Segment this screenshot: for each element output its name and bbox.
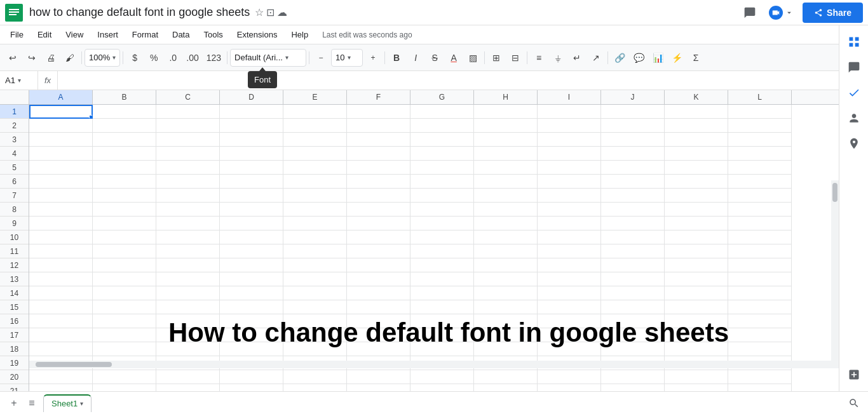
cell-H14[interactable]: [474, 286, 538, 300]
cell-B12[interactable]: [93, 258, 156, 272]
cell-B20[interactable]: [93, 370, 156, 384]
cell-H11[interactable]: [474, 244, 538, 258]
cell-K14[interactable]: [665, 286, 728, 300]
cell-F4[interactable]: [347, 147, 410, 161]
cell-C8[interactable]: [156, 203, 220, 217]
vertical-scroll-thumb[interactable]: [832, 183, 837, 202]
col-header-C[interactable]: C: [156, 90, 220, 104]
cell-D10[interactable]: [220, 230, 283, 244]
cell-E5[interactable]: [283, 161, 347, 175]
cell-I7[interactable]: [538, 189, 601, 203]
cell-H8[interactable]: [474, 203, 538, 217]
explore-button[interactable]: [845, 394, 863, 412]
cell-H9[interactable]: [474, 217, 538, 230]
cell-F6[interactable]: [347, 175, 410, 189]
cell-G14[interactable]: [410, 286, 474, 300]
cell-L12[interactable]: [728, 258, 792, 272]
cell-G2[interactable]: [410, 119, 474, 133]
cell-D11[interactable]: [220, 244, 283, 258]
cell-K4[interactable]: [665, 147, 728, 161]
cell-J15[interactable]: [601, 300, 665, 314]
cell-L4[interactable]: [728, 147, 792, 161]
cell-F2[interactable]: [347, 119, 410, 133]
cell-B10[interactable]: [93, 230, 156, 244]
row-num-10[interactable]: 10: [0, 230, 29, 244]
row-num-16[interactable]: 16: [0, 314, 29, 328]
cell-C7[interactable]: [156, 189, 220, 203]
cell-A11[interactable]: [29, 244, 93, 258]
cell-I10[interactable]: [538, 230, 601, 244]
cell-J6[interactable]: [601, 175, 665, 189]
wrap-button[interactable]: ↵: [568, 48, 586, 67]
undo-button[interactable]: ↩: [4, 48, 22, 67]
cell-H1[interactable]: [474, 105, 538, 119]
cell-D1[interactable]: [220, 105, 283, 119]
row-num-13[interactable]: 13: [0, 272, 29, 286]
cell-D15[interactable]: [220, 300, 283, 314]
cell-H4[interactable]: [474, 147, 538, 161]
cell-F8[interactable]: [347, 203, 410, 217]
col-header-H[interactable]: H: [474, 90, 538, 104]
cell-C10[interactable]: [156, 230, 220, 244]
redo-button[interactable]: ↪: [23, 48, 41, 67]
cell-E14[interactable]: [283, 286, 347, 300]
cell-L3[interactable]: [728, 133, 792, 147]
cell-A9[interactable]: [29, 217, 93, 230]
cell-D12[interactable]: [220, 258, 283, 272]
cell-L6[interactable]: [728, 175, 792, 189]
cell-F12[interactable]: [347, 258, 410, 272]
cell-L10[interactable]: [728, 230, 792, 244]
menu-format[interactable]: Format: [126, 27, 165, 42]
row-num-17[interactable]: 17: [0, 328, 29, 342]
cell-J7[interactable]: [601, 189, 665, 203]
cell-D4[interactable]: [220, 147, 283, 161]
align-button[interactable]: ≡: [530, 48, 548, 67]
cell-L20[interactable]: [728, 370, 792, 384]
row-num-9[interactable]: 9: [0, 217, 29, 230]
cell-B11[interactable]: [93, 244, 156, 258]
cell-C12[interactable]: [156, 258, 220, 272]
cell-C15[interactable]: [156, 300, 220, 314]
cell-H13[interactable]: [474, 272, 538, 286]
link-button[interactable]: 🔗: [611, 48, 628, 67]
cell-A1[interactable]: [29, 105, 93, 119]
cloud-icon[interactable]: ☁: [277, 6, 287, 18]
cell-A2[interactable]: [29, 119, 93, 133]
cell-G13[interactable]: [410, 272, 474, 286]
cell-H12[interactable]: [474, 258, 538, 272]
cell-J12[interactable]: [601, 258, 665, 272]
cell-reference[interactable]: A1 ▾: [0, 71, 38, 90]
cell-C3[interactable]: [156, 133, 220, 147]
col-header-J[interactable]: J: [601, 90, 665, 104]
cell-J11[interactable]: [601, 244, 665, 258]
contacts-sidebar-icon[interactable]: [843, 107, 865, 130]
cell-G8[interactable]: [410, 203, 474, 217]
cell-E20[interactable]: [283, 370, 347, 384]
cell-C14[interactable]: [156, 286, 220, 300]
chart-button[interactable]: 📊: [649, 48, 667, 67]
cell-H2[interactable]: [474, 119, 538, 133]
cell-G1[interactable]: [410, 105, 474, 119]
cell-C11[interactable]: [156, 244, 220, 258]
borders-button[interactable]: ⊞: [487, 48, 505, 67]
cell-A12[interactable]: [29, 258, 93, 272]
menu-extensions[interactable]: Extensions: [231, 27, 284, 42]
corner-cell[interactable]: [0, 90, 29, 104]
cell-E12[interactable]: [283, 258, 347, 272]
cell-A4[interactable]: [29, 147, 93, 161]
cell-G4[interactable]: [410, 147, 474, 161]
cell-E6[interactable]: [283, 175, 347, 189]
cell-B14[interactable]: [93, 286, 156, 300]
menu-edit[interactable]: Edit: [31, 27, 58, 42]
bold-button[interactable]: B: [388, 48, 405, 67]
cell-K12[interactable]: [665, 258, 728, 272]
row-num-8[interactable]: 8: [0, 203, 29, 217]
cell-G15[interactable]: [410, 300, 474, 314]
cell-L7[interactable]: [728, 189, 792, 203]
text-color-button[interactable]: A: [445, 48, 463, 67]
row-num-19[interactable]: 19: [0, 356, 29, 370]
cell-I9[interactable]: [538, 217, 601, 230]
cell-J2[interactable]: [601, 119, 665, 133]
cell-F5[interactable]: [347, 161, 410, 175]
cell-L15[interactable]: [728, 300, 792, 314]
